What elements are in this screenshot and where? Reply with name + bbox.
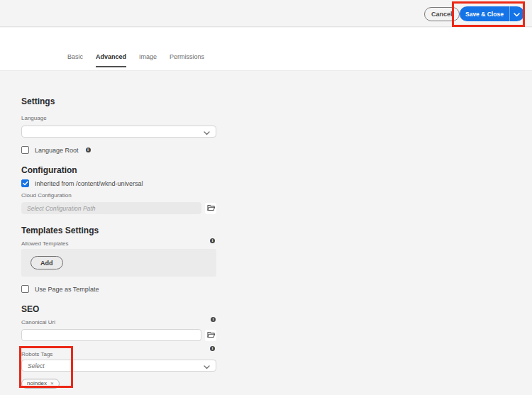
robots-tags-list: noindex: [21, 375, 216, 389]
robots-tags-select-value: Select: [28, 362, 45, 369]
folder-icon: [207, 203, 215, 213]
canonical-url-label: Canonical Url: [21, 319, 216, 326]
add-template-button[interactable]: Add: [31, 256, 63, 269]
info-icon[interactable]: [210, 346, 215, 351]
page-properties-dialog: Cancel Save & Close Basic Advanced Image…: [0, 0, 532, 395]
canonical-url-browse-button[interactable]: [205, 330, 216, 341]
tab-bar: Basic Advanced Image Permissions: [0, 28, 532, 71]
info-icon[interactable]: [86, 148, 91, 152]
seo-section-title: SEO: [21, 304, 216, 314]
inherited-checkbox[interactable]: [21, 179, 29, 187]
chevron-down-icon: [204, 360, 210, 372]
chevron-down-icon: [204, 126, 210, 138]
language-select[interactable]: [21, 126, 216, 138]
language-root-checkbox-row[interactable]: Language Root: [21, 146, 216, 154]
remove-tag-icon[interactable]: [50, 381, 54, 386]
robots-tag-noindex: noindex: [21, 379, 60, 389]
save-close-split-button: Save & Close: [460, 6, 524, 21]
robots-tag-label: noindex: [27, 380, 47, 386]
tab-advanced[interactable]: Advanced: [96, 53, 126, 67]
inherited-label: Inherited from /content/wknd-universal: [35, 180, 143, 187]
robots-tags-select[interactable]: Select: [21, 360, 216, 372]
cloud-configuration-browse-button[interactable]: [205, 203, 216, 214]
language-root-checkbox[interactable]: [21, 146, 29, 154]
folder-icon: [207, 330, 215, 340]
inherited-checkbox-row[interactable]: Inherited from /content/wknd-universal: [21, 179, 216, 187]
cloud-configuration-input[interactable]: [21, 202, 201, 214]
settings-section-title: Settings: [21, 96, 216, 106]
configuration-section-title: Configuration: [21, 165, 216, 175]
tab-image[interactable]: Image: [139, 53, 157, 67]
canonical-url-row: [21, 329, 216, 341]
info-icon[interactable]: [211, 317, 216, 322]
info-icon[interactable]: [210, 238, 215, 243]
allowed-templates-box: Add: [21, 249, 216, 277]
dialog-header: Cancel Save & Close: [0, 0, 532, 27]
save-close-dropdown-button[interactable]: [510, 6, 524, 21]
canonical-url-input[interactable]: [21, 329, 201, 341]
cloud-configuration-row: [21, 202, 216, 214]
tab-permissions[interactable]: Permissions: [170, 53, 204, 67]
use-page-as-template-checkbox[interactable]: [21, 285, 29, 293]
use-page-as-template-checkbox-row[interactable]: Use Page as Template: [21, 285, 216, 293]
language-label: Language: [21, 115, 216, 122]
templates-settings-section-title: Templates Settings: [21, 226, 216, 235]
tab-basic[interactable]: Basic: [67, 53, 83, 67]
use-page-as-template-label: Use Page as Template: [35, 286, 99, 293]
allowed-templates-label: Allowed Templates: [21, 240, 216, 247]
chevron-down-icon: [514, 9, 520, 19]
save-close-button[interactable]: Save & Close: [460, 6, 510, 21]
robots-tags-label: Robots Tags: [21, 351, 216, 358]
language-root-label: Language Root: [35, 147, 79, 154]
advanced-tab-content: Settings Language Language Root Configur…: [21, 71, 216, 389]
cloud-configuration-label: Cloud Configuration: [21, 192, 216, 199]
cancel-button[interactable]: Cancel: [424, 7, 460, 21]
